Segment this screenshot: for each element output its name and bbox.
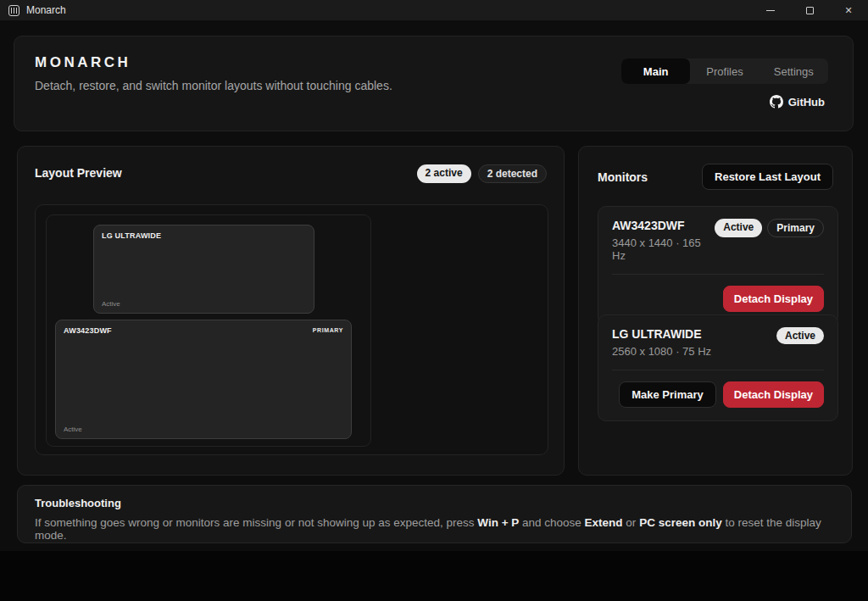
primary-badge: Primary: [767, 219, 824, 237]
layout-preview-canvas: LG ULTRAWIDE Active AW3423DWF PRIMARY Ac…: [35, 204, 548, 455]
layout-preview-title: Layout Preview: [35, 166, 122, 180]
preview-monitor-aw3423dwf[interactable]: AW3423DWF PRIMARY Active: [55, 320, 352, 439]
troubleshooting-body: If something goes wrong or monitors are …: [35, 516, 834, 542]
github-icon: [770, 95, 783, 109]
maximize-button[interactable]: [790, 0, 829, 20]
preview-primary-label: PRIMARY: [313, 327, 343, 333]
active-count-badge: 2 active: [417, 164, 471, 183]
preview-monitor-name: AW3423DWF: [64, 326, 343, 335]
troubleshooting-title: Troubleshooting: [35, 497, 121, 509]
detach-display-button[interactable]: Detach Display: [723, 286, 824, 312]
troubleshooting-panel: Troubleshooting If something goes wrong …: [17, 485, 852, 543]
maximize-icon: [806, 7, 814, 14]
footer-area: [0, 551, 868, 601]
detach-display-button[interactable]: Detach Display: [723, 381, 824, 408]
close-icon: ✕: [844, 5, 852, 16]
tab-settings[interactable]: Settings: [760, 58, 828, 84]
minimize-button[interactable]: [751, 0, 790, 20]
preview-monitor-status: Active: [64, 426, 82, 433]
layout-preview-panel: Layout Preview 2 active 2 detected LG UL…: [17, 146, 565, 476]
monitor-name: AW3423DWF: [612, 219, 715, 232]
preview-monitor-status: Active: [102, 300, 120, 308]
header-card: MONARCH Detach, restore, and switch moni…: [14, 36, 854, 131]
divider: [612, 274, 824, 275]
minimize-icon: [766, 10, 775, 11]
divider: [612, 370, 824, 370]
preview-monitor-lg-ultrawide[interactable]: LG ULTRAWIDE Active: [93, 225, 314, 314]
title-bar: Monarch ✕: [0, 0, 868, 20]
virtual-desktop-bounds: LG ULTRAWIDE Active AW3423DWF PRIMARY Ac…: [46, 214, 371, 447]
github-link[interactable]: GitHub: [770, 95, 825, 109]
window-title: Monarch: [26, 4, 66, 16]
close-button[interactable]: ✕: [829, 0, 868, 20]
monitor-card-aw3423dwf: AW3423DWF 3440 x 1440 · 165 Hz Active Pr…: [598, 206, 838, 326]
app-subtitle: Detach, restore, and switch monitor layo…: [35, 79, 392, 92]
active-badge: Active: [776, 327, 824, 344]
monitor-card-lg-ultrawide: LG ULTRAWIDE 2560 x 1080 · 75 Hz Active …: [598, 314, 838, 421]
detected-count-badge: 2 detected: [478, 164, 547, 183]
monitor-resolution: 3440 x 1440 · 165 Hz: [612, 237, 715, 262]
github-label: GitHub: [788, 96, 825, 109]
monitors-panel: Monitors Restore Last Layout AW3423DWF 3…: [578, 146, 853, 476]
main-tab-bar: Main Profiles Settings: [621, 58, 828, 84]
app-window: Monarch ✕ MONARCH Detach, restore, and s…: [0, 0, 868, 601]
active-badge: Active: [715, 219, 762, 237]
preview-monitor-name: LG ULTRAWIDE: [102, 231, 306, 240]
make-primary-button[interactable]: Make Primary: [619, 381, 716, 408]
app-icon: [8, 5, 19, 16]
app-title: MONARCH: [35, 54, 131, 71]
tab-main[interactable]: Main: [621, 58, 690, 84]
restore-last-layout-button[interactable]: Restore Last Layout: [702, 164, 833, 190]
tab-profiles[interactable]: Profiles: [690, 58, 759, 84]
monitors-title: Monitors: [598, 170, 648, 184]
monitor-name: LG ULTRAWIDE: [612, 327, 711, 341]
monitor-resolution: 2560 x 1080 · 75 Hz: [612, 345, 711, 358]
